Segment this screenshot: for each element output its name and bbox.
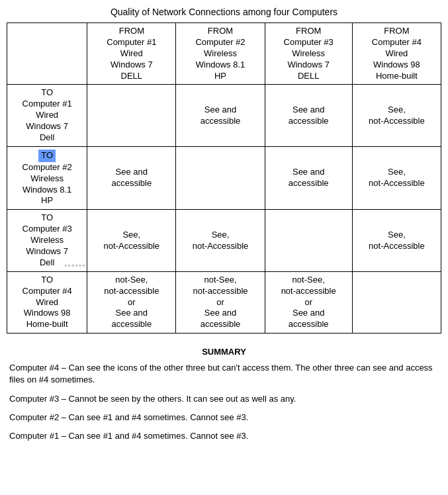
cell-2-2	[176, 146, 265, 209]
cell-1-2: See andaccessible	[176, 85, 265, 146]
summary-section: SUMMARY Computer #4 – Can see the icons …	[7, 347, 441, 442]
cell-2-4: See,not-Accessible	[352, 146, 441, 209]
row-header-3: TOComputer #3WirelessWindows 7Dell ●●●●●…	[7, 210, 87, 271]
table-row: TOComputer #1WiredWindows 7Dell See anda…	[7, 85, 441, 146]
cell-3-1: See,not-Accessible	[87, 210, 176, 271]
summary-para-3: Computer #2 – Can see #1 and #4 sometime…	[9, 412, 439, 424]
summary-title: SUMMARY	[9, 347, 439, 357]
cell-3-2: See,not-Accessible	[176, 210, 265, 271]
summary-para-4: Computer #1 – Can see #1 and #4 sometime…	[9, 430, 439, 442]
cell-4-4	[352, 271, 441, 333]
row-header-1: TOComputer #1WiredWindows 7Dell	[7, 85, 87, 146]
table-row: TOComputer #2WirelessWindows 8.1HP See a…	[7, 146, 441, 209]
col-header-3: FROMComputer #3WirelessWindows 7DELL	[265, 23, 352, 85]
row-header-2: TOComputer #2WirelessWindows 8.1HP	[7, 146, 87, 209]
table-row: TOComputer #4WiredWindows 98Home-built n…	[7, 271, 441, 333]
watermark: ●●●●●●	[64, 262, 86, 270]
cell-1-3: See andaccessible	[265, 85, 352, 146]
cell-3-3	[265, 210, 352, 271]
row-header-4: TOComputer #4WiredWindows 98Home-built	[7, 271, 87, 333]
cell-1-4: See,not-Accessible	[352, 85, 441, 146]
cell-4-3: not-See,not-accessibleorSee andaccessibl…	[265, 271, 352, 333]
summary-para-2: Computer #3 – Cannot be seen by the othe…	[9, 393, 439, 405]
col-header-2: FROMComputer #2WirelessWindows 8.1HP	[176, 23, 265, 85]
cell-1-1	[87, 85, 176, 146]
corner-cell	[7, 23, 87, 85]
col-header-4: FROMComputer #4WiredWindows 98Home-built	[352, 23, 441, 85]
page-title: Quality of Network Connections among fou…	[7, 7, 441, 17]
cell-4-1: not-See,not-accessibleorSee andaccessibl…	[87, 271, 176, 333]
table-row: TOComputer #3WirelessWindows 7Dell ●●●●●…	[7, 210, 441, 271]
cell-2-1: See andaccessible	[87, 146, 176, 209]
network-table: FROMComputer #1WiredWindows 7DELL FROMCo…	[7, 22, 441, 334]
cell-2-3: See andaccessible	[265, 146, 352, 209]
summary-para-1: Computer #4 – Can see the icons of the o…	[9, 362, 439, 386]
cell-3-4: See,not-Accessible	[352, 210, 441, 271]
col-header-1: FROMComputer #1WiredWindows 7DELL	[87, 23, 176, 85]
cell-4-2: not-See,not-accessibleorSee andaccessibl…	[176, 271, 265, 333]
